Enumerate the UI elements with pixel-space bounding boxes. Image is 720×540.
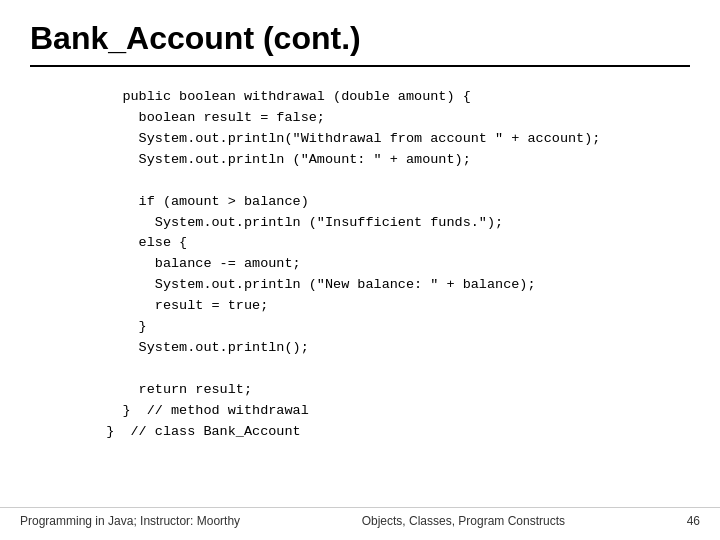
- slide-container: Bank_Account (cont.) public boolean with…: [0, 0, 720, 540]
- footer-right: 46: [687, 514, 700, 528]
- footer-left: Programming in Java; Instructor: Moorthy: [20, 514, 240, 528]
- footer: Programming in Java; Instructor: Moorthy…: [0, 507, 720, 528]
- code-block: public boolean withdrawal (double amount…: [90, 87, 690, 443]
- slide-title: Bank_Account (cont.): [30, 20, 690, 67]
- footer-center: Objects, Classes, Program Constructs: [362, 514, 565, 528]
